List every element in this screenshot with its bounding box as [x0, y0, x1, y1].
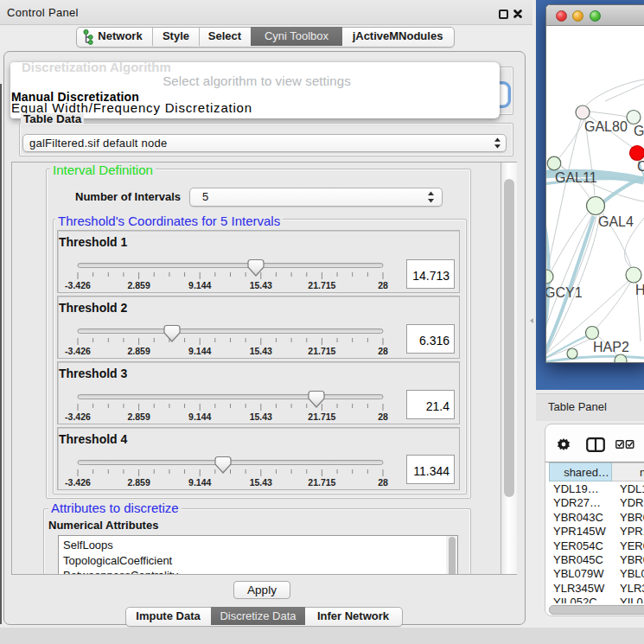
svg-text:HI: HI	[635, 283, 644, 297]
svg-text:GAL11: GAL11	[555, 170, 597, 185]
svg-text:GAL80: GAL80	[584, 119, 628, 134]
svg-text:HAP2: HAP2	[593, 340, 629, 354]
svg-text:GAL4: GAL4	[598, 214, 634, 229]
svg-text:GA: GA	[634, 124, 644, 138]
svg-text:GCY1: GCY1	[546, 285, 583, 300]
svg-text:C: C	[637, 159, 644, 174]
